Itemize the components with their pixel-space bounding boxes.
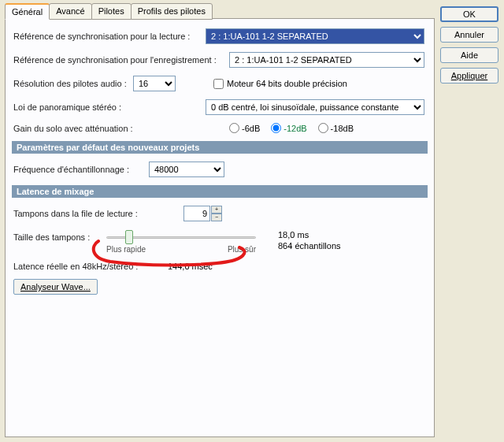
solo-gain-label: Gain du solo avec atténuation : [13,124,229,133]
solo-gain-radio-12db-input[interactable] [271,123,281,133]
section-header-defaults: Paramètres par défaut des nouveaux proje… [12,141,428,154]
driver-res-label: Résolution des pilotes audio : [13,79,133,88]
playback-ref-select[interactable]: 2 : 1:UA-101 1-2 SEPARATED [206,28,424,44]
engine64-checkbox-input[interactable] [213,79,224,89]
buffer-size-slider-thumb[interactable] [125,230,133,244]
tab-general[interactable]: Général [5,3,50,20]
buffer-size-label: Taille des tampons : [13,229,106,242]
sample-rate-select[interactable]: 48000 [149,162,224,177]
pan-law-label: Loi de panoramique stéréo : [13,102,206,112]
wave-analyzer-button[interactable]: Analyseur Wave... [13,279,98,295]
solo-gain-radio-6db[interactable]: -6dB [229,123,260,133]
slider-label-faster: Plus rapide [106,245,146,254]
real-latency-label: Latence réelle en 48kHz/stéréo : [13,262,168,271]
apply-button-label: Appliquer [451,71,487,80]
latency-samples: 864 échantillons [278,240,341,251]
buffer-size-slider[interactable] [106,229,256,245]
queue-buffers-label: Tampons dans la file de lecture : [13,209,183,218]
solo-gain-radio-6db-label: -6dB [242,124,260,133]
tab-drivers[interactable]: Pilotes [91,3,132,20]
solo-gain-radio-18db-label: -18dB [331,124,354,133]
record-ref-label: Référence de synchronisation pour l'enre… [13,55,229,65]
pan-law-select[interactable]: 0 dB centré, loi sinusoïdale, puissance … [206,99,424,115]
record-ref-select[interactable]: 2 : 1:UA-101 1-2 SEPARATED [229,52,424,68]
sample-rate-label: Fréquence d'échantillonnage : [13,165,149,174]
help-button[interactable]: Aide [440,47,498,63]
section-header-latency: Latence de mixage [12,185,428,198]
solo-gain-radio-12db-label: -12dB [284,124,306,133]
tab-advanced[interactable]: Avancé [49,3,92,20]
queue-buffers-spin-up[interactable]: + [211,206,222,214]
slider-label-safer: Plus sûr [228,245,256,254]
solo-gain-radio-18db[interactable]: -18dB [318,123,354,133]
ok-button[interactable]: OK [440,6,498,22]
wave-analyzer-button-label: Analyseur Wave... [20,282,91,292]
tab-panel-general: Référence de synchronisation pour la lec… [5,18,435,437]
help-button-label: Aide [461,50,478,60]
apply-button[interactable]: Appliquer [440,68,498,84]
queue-buffers-spin-down[interactable]: − [211,214,222,221]
solo-gain-radio-6db-input[interactable] [229,123,239,133]
cancel-button[interactable]: Annuler [440,27,498,43]
solo-gain-radio-18db-input[interactable] [318,123,328,133]
queue-buffers-input[interactable] [183,206,210,221]
playback-ref-label: Référence de synchronisation pour la lec… [13,32,206,41]
engine64-checkbox-label: Moteur 64 bits double précision [227,79,347,88]
driver-res-select[interactable]: 16 [133,76,176,91]
solo-gain-radio-12db[interactable]: -12dB [271,123,306,133]
real-latency-value: 144,0 msec [168,262,213,271]
engine64-checkbox[interactable]: Moteur 64 bits double précision [213,79,347,89]
tab-profiles[interactable]: Profils des pilotes [131,3,213,20]
latency-ms: 18,0 ms [278,229,341,240]
